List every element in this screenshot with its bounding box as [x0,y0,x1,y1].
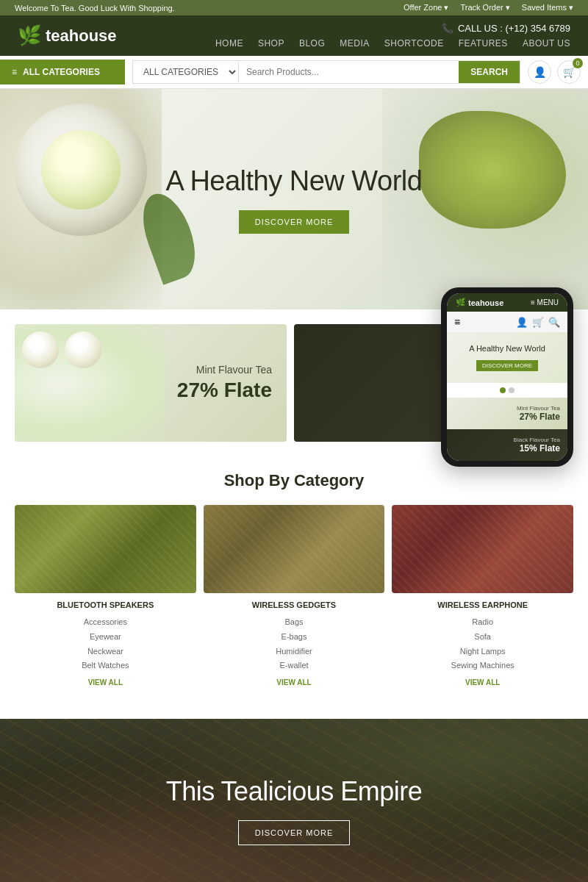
track-order-link[interactable]: Track Order [460,3,509,12]
cat1-link-1[interactable]: Accessories [15,615,196,630]
cat1-link-4[interactable]: Belt Watches [15,659,196,673]
phone-user-icon: 👤 [516,317,528,328]
main-nav: HOME SHOP BLOG MEDIA SHORTCODE FEATURES … [215,38,570,49]
phone-hero-btn[interactable]: DISCOVER MORE [476,360,538,371]
category-img-2 [204,505,385,593]
cat1-view-all[interactable]: VIEW ALL [15,676,196,689]
phone-promo-2: Black Flavour Tea 15% Flate [447,429,567,461]
header-icons: 👤 🛒 0 [528,60,588,84]
mini-cup-1 [22,331,59,368]
phone-promo-discount-2: 15% Flate [454,443,560,453]
mini-cup-2 [65,331,101,368]
cat1-link-3[interactable]: Neckwear [15,645,196,659]
dot-2 [509,387,514,393]
dot-1 [500,387,506,393]
phone-promo-label-2: Black Flavour Tea [454,437,560,443]
all-categories-label: ALL CATEGORIES [23,67,100,77]
offer-zone-link[interactable]: Offer Zone [404,3,448,12]
nav-shortcode[interactable]: SHORTCODE [384,38,444,49]
shop-category-title: Shop By Category [15,471,573,490]
bottom-hero-discover-button[interactable]: DISCOVER MORE [238,820,351,845]
category-links-1: Accessories Eyewear Neckwear Belt Watche… [15,615,196,689]
phone-cart-icon: 🛒 [532,317,544,328]
category-links-2: Bags E-bags Humidifier E-wallet VIEW ALL [204,615,385,689]
all-categories-button[interactable]: ≡ ALL CATEGORIES [0,60,125,85]
category-bar: ≡ ALL CATEGORIES ALL CATEGORIES SEARCH 👤… [0,56,588,89]
shop-category-section: Shop By Category BLUETOOTH SPEAKERS Acce… [0,449,588,719]
cat3-view-all[interactable]: VIEW ALL [392,676,573,689]
category-img-3 [392,505,573,593]
saved-items-link[interactable]: Saved Items [522,3,573,12]
category-img-1 [15,505,196,593]
category-links-3: Radio Sofa Night Lamps Sewing Machines V… [392,615,573,689]
phone-status-bar: 🌿 teahouse ≡ MENU [447,293,567,312]
cart-badge: 0 [573,58,583,68]
phone-promo-label-1: Mint Flavour Tea [454,405,560,412]
nav-media[interactable]: MEDIA [340,38,370,49]
cat2-link-1[interactable]: Bags [204,615,385,630]
phone-nav-bar: ≡ 👤 🛒 🔍 [447,312,567,332]
category-name-1: BLUETOOTH SPEAKERS [15,600,196,609]
phone-logo: 🌿 teahouse [456,298,503,307]
call-info: 📞 CALL US : (+12) 354 6789 [442,23,570,34]
user-icon-button[interactable]: 👤 [528,60,551,84]
cat3-link-2[interactable]: Sofa [392,630,573,645]
bottom-hero-section: This Tealicious Empire DISCOVER MORE [0,719,588,882]
phone-icon: 📞 [442,23,453,34]
nav-features[interactable]: FEATURES [459,38,508,49]
category-name-3: WIRELESS EARPHONE [392,600,573,609]
promo-cups [22,331,101,368]
cat2-view-all[interactable]: VIEW ALL [204,676,385,689]
promo-card-1: Mint Flavour Tea 27% Flate [15,324,287,442]
category-item-1: BLUETOOTH SPEAKERS Accessories Eyewear N… [15,505,196,689]
banner-right-links: Offer Zone Track Order Saved Items [404,3,573,12]
category-item-2: WIRELESS GEDGETS Bags E-bags Humidifier … [204,505,385,689]
hero-section: A Healthy New World DISCOVER MORE [0,89,588,309]
logo-text: teahouse [46,26,117,46]
bottom-hero-content: This Tealicious Empire DISCOVER MORE [166,776,422,845]
promo-section: Mint Flavour Tea 27% Flate Black Flavour… [0,309,588,449]
cat2-link-3[interactable]: Humidifier [204,645,385,659]
phone-logo-text: teahouse [468,298,503,307]
phone-search-icon: 🔍 [548,317,560,328]
category-dropdown[interactable]: ALL CATEGORIES [133,62,239,82]
promo-text-1: Mint Flavour Tea 27% Flate [177,364,272,402]
category-grid: BLUETOOTH SPEAKERS Accessories Eyewear N… [15,505,573,689]
header: 🌿 teahouse 📞 CALL US : (+12) 354 6789 HO… [0,15,588,56]
search-button[interactable]: SEARCH [459,61,520,83]
search-input[interactable] [239,62,459,82]
nav-blog[interactable]: BLOG [299,38,325,49]
leaf-icon: 🌿 [18,24,41,47]
cat3-link-1[interactable]: Radio [392,615,573,630]
cat3-link-3[interactable]: Night Lamps [392,645,573,659]
phone-dots [447,383,567,398]
hero-discover-button[interactable]: DISCOVER MORE [239,210,350,234]
cat2-link-2[interactable]: E-bags [204,630,385,645]
cat3-link-4[interactable]: Sewing Machines [392,659,573,673]
phone-promo-1: Mint Flavour Tea 27% Flate [447,398,567,429]
phone-inner: 🌿 teahouse ≡ MENU ≡ 👤 🛒 🔍 A Healthy New … [447,293,567,461]
nav-shop[interactable]: SHOP [258,38,284,49]
call-number: CALL US : (+12) 354 6789 [458,23,570,34]
banner-left-text: Welcome To Tea. Good Luck With Shopping. [15,4,175,12]
promo-label-1: Mint Flavour Tea [177,364,272,376]
phone-promo-discount-1: 27% Flate [454,412,560,422]
top-banner: Welcome To Tea. Good Luck With Shopping.… [0,0,588,15]
header-right: 📞 CALL US : (+12) 354 6789 HOME SHOP BLO… [215,23,570,49]
nav-about[interactable]: ABOUT US [523,38,570,49]
phone-leaf-icon: 🌿 [456,298,466,307]
phone-hero-title: A Healthy New World [454,344,560,353]
hero-cup-decoration [15,104,147,236]
category-name-2: WIRELESS GEDGETS [204,600,385,609]
cat1-link-2[interactable]: Eyewear [15,630,196,645]
phone-menu-label: ≡ MENU [531,298,559,306]
bottom-hero-title: This Tealicious Empire [166,776,422,807]
cat2-link-4[interactable]: E-wallet [204,659,385,673]
nav-home[interactable]: HOME [215,38,243,49]
hero-content: A Healthy New World DISCOVER MORE [166,165,423,234]
phone-hero: A Healthy New World DISCOVER MORE [447,332,567,383]
cart-icon-button[interactable]: 🛒 0 [557,60,581,84]
search-wrapper: ALL CATEGORIES SEARCH [132,60,520,84]
hero-title: A Healthy New World [166,165,423,197]
logo[interactable]: 🌿 teahouse [18,24,117,47]
